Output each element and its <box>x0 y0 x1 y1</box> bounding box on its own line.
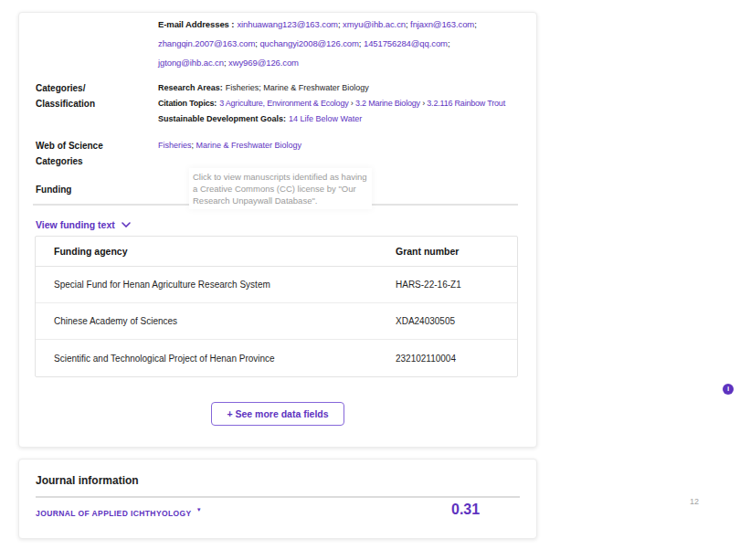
unpaywall-tooltip: Click to view manuscripts identified as … <box>189 168 372 209</box>
sdg-label: Sustainable Development Goals: <box>158 114 286 123</box>
citation-topics-label: Citation Topics: <box>158 99 217 108</box>
citation-topic-link[interactable]: 3.2 Marine Biology <box>355 99 420 108</box>
categories-label-line1: Categories/ <box>36 80 158 96</box>
email-row-label-spacer <box>36 15 158 72</box>
citation-topic-link[interactable]: 3 Agriculture, Environment & Ecology <box>219 99 348 108</box>
funding-table-body: Special Fund for Henan Agriculture Resea… <box>36 267 517 376</box>
categories-label-line2: Classification <box>36 96 158 111</box>
sdg-line: Sustainable Development Goals:14 Life Be… <box>158 111 518 127</box>
journal-name-row: JOURNAL OF APPLIED ICHTHYOLOGY ▼ <box>36 509 518 518</box>
email-link[interactable]: xmyu@ihb.ac.cn <box>343 19 406 29</box>
wos-label-line1: Web of Science <box>36 138 158 153</box>
journal-impact-factor: 0.31 <box>451 502 480 518</box>
email-link[interactable]: fnjaxn@163.com <box>410 19 474 29</box>
research-areas-line: Research Areas:Fisheries; Marine & Fresh… <box>158 80 518 96</box>
funding-table-row: Scientific and Technological Project of … <box>36 340 517 376</box>
chevron-down-icon <box>122 222 131 227</box>
wos-categories-row: Web of Science Categories Fisheries; Mar… <box>19 138 536 169</box>
citation-topic-link[interactable]: 3.2.116 Rainbow Trout <box>427 99 505 108</box>
email-link[interactable]: quchangyi2008@126.com <box>259 38 358 48</box>
journal-divider <box>36 496 520 498</box>
caret-down-icon: ▼ <box>196 507 202 512</box>
wos-categories-value: Fisheries; Marine & Freshwater Biology <box>158 138 518 169</box>
separator: › <box>349 99 355 108</box>
categories-classification-value: Research Areas:Fisheries; Marine & Fresh… <box>158 80 518 127</box>
wos-category-link[interactable]: Fisheries <box>158 141 192 150</box>
view-funding-text-label: View funding text <box>36 219 115 230</box>
journal-information-card: Journal information JOURNAL OF APPLIED I… <box>18 459 537 539</box>
email-addresses-value: E-mail Addresses :xinhuawang123@163.com;… <box>158 15 518 72</box>
record-details-card: E-mail Addresses :xinhuawang123@163.com;… <box>18 12 537 448</box>
funding-table: Funding agency Grant number Special Fund… <box>35 236 518 377</box>
page-note: 12 <box>690 497 699 506</box>
funding-agency-cell: Special Fund for Henan Agriculture Resea… <box>36 280 377 290</box>
funding-table-row: Special Fund for Henan Agriculture Resea… <box>36 267 517 303</box>
view-funding-text-toggle[interactable]: View funding text <box>36 219 518 230</box>
wos-category-link[interactable]: Marine & Freshwater Biology <box>196 141 302 150</box>
citation-topics-line: Citation Topics:3 Agriculture, Environme… <box>158 96 518 111</box>
funding-table-header: Funding agency Grant number <box>36 237 517 267</box>
wos-categories-list: Fisheries; Marine & Freshwater Biology <box>158 141 301 150</box>
grant-number-header: Grant number <box>377 246 517 257</box>
email-link[interactable]: 1451756284@qq.com <box>364 38 448 48</box>
wos-categories-label: Web of Science Categories <box>36 138 158 169</box>
categories-classification-label: Categories/ Classification <box>36 80 158 127</box>
wos-label-line2: Categories <box>36 153 158 169</box>
grant-number-cell: HARS-22-16-Z1 <box>377 280 517 290</box>
email-link[interactable]: zhangqin.2007@163.com <box>158 38 255 48</box>
journal-information-title: Journal information <box>36 474 518 487</box>
separator: ; <box>448 38 450 48</box>
email-link[interactable]: xinhuawang123@163.com <box>237 19 338 29</box>
categories-classification-row: Categories/ Classification Research Area… <box>19 80 536 127</box>
page: E-mail Addresses :xinhuawang123@163.com;… <box>0 0 740 560</box>
grant-number-cell: 232102110004 <box>377 354 517 364</box>
citation-topics-list: 3 Agriculture, Environment & Ecology › 3… <box>219 99 505 108</box>
funding-label: Funding <box>36 182 158 197</box>
grant-number-cell: XDA24030505 <box>377 316 517 326</box>
funding-agency-cell: Scientific and Technological Project of … <box>36 354 377 364</box>
see-more-button-wrap: + See more data fields <box>19 402 536 426</box>
sdg-link[interactable]: 14 Life Below Water <box>289 114 362 123</box>
email-addresses-label: E-mail Addresses : <box>158 19 234 29</box>
research-areas-value: Fisheries; Marine & Freshwater Biology <box>226 83 369 92</box>
email-addresses-row: E-mail Addresses :xinhuawang123@163.com;… <box>19 15 536 72</box>
email-link[interactable]: xwy969@126.com <box>228 58 299 68</box>
info-icon[interactable]: i <box>723 384 734 395</box>
journal-name-dropdown[interactable]: JOURNAL OF APPLIED ICHTHYOLOGY <box>36 509 192 518</box>
research-areas-label: Research Areas: <box>158 83 223 92</box>
funding-table-row: Chinese Academy of SciencesXDA24030505 <box>36 303 517 340</box>
separator: ; <box>474 19 477 29</box>
funding-agency-cell: Chinese Academy of Sciences <box>36 316 377 326</box>
email-link[interactable]: jgtong@ihb.ac.cn <box>158 58 224 68</box>
see-more-data-fields-button[interactable]: + See more data fields <box>211 402 344 426</box>
funding-agency-header: Funding agency <box>36 246 377 257</box>
